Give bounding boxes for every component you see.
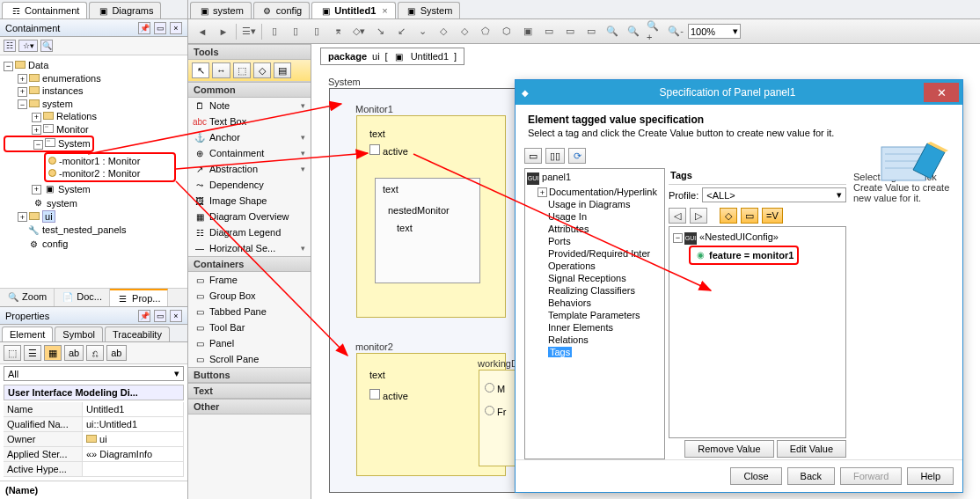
history-back-icon[interactable]: ▭ [524, 148, 542, 164]
profile-combo[interactable]: <ALL>▾ [702, 187, 846, 202]
radio-fr[interactable] [485, 406, 494, 415]
tab-containment[interactable]: ☶Containment [2, 2, 87, 18]
forward-button[interactable]: Forward [840, 467, 902, 485]
tb-icon[interactable]: ☰ [24, 345, 41, 361]
zoom-fit-icon[interactable]: 🔍 [603, 23, 621, 40]
pin-icon[interactable]: 📌 [138, 22, 150, 34]
pal-anchor[interactable]: ⚓Anchor▾ [188, 129, 311, 145]
tags-list[interactable]: −GUI «NestedUIConfig» ◉ feature = monito… [669, 226, 846, 438]
tree-node[interactable]: system [47, 197, 77, 208]
prop-val[interactable]: Untitled1 [83, 402, 184, 417]
close-icon[interactable]: × [170, 310, 182, 322]
tree-node[interactable]: config [42, 238, 68, 249]
spec-tree-item[interactable]: Usage In [548, 211, 587, 222]
palette-section-text[interactable]: Text [188, 383, 311, 399]
palette-section-tools[interactable]: Tools [188, 44, 311, 60]
tb-icon[interactable]: ◇ [456, 23, 473, 40]
pal-scroll[interactable]: ▭Scroll Pane [188, 351, 311, 367]
tag-btn-eqv[interactable]: =V [762, 208, 783, 224]
help-button[interactable]: Help [907, 467, 954, 485]
pal-imageshape[interactable]: 🖼Image Shape [188, 193, 311, 209]
select-parent-icon[interactable]: ☰▾ [240, 23, 258, 40]
tb-icon[interactable]: ▣ [519, 23, 537, 40]
filter-icon[interactable]: ☆▾ [18, 40, 38, 52]
tab-zoom[interactable]: 🔍 Zoom [0, 289, 55, 306]
filter-combo[interactable]: All▾ [4, 366, 184, 381]
spec-tree-item[interactable]: Ports [548, 236, 571, 246]
back-button[interactable]: Back [787, 467, 835, 485]
tab-element[interactable]: Element [2, 327, 53, 341]
twisty[interactable]: + [538, 187, 547, 197]
twisty[interactable]: − [673, 233, 683, 243]
pal-diagover[interactable]: ▦Diagram Overview [188, 209, 311, 224]
tree-node-system[interactable]: System [58, 138, 91, 149]
tree-node[interactable]: Relations [56, 111, 97, 121]
palette-section-containers[interactable]: Containers [188, 256, 311, 272]
tb-icon[interactable]: ↘ [371, 23, 389, 40]
pal-note[interactable]: 🗒Note▾ [188, 98, 311, 114]
feature-tag[interactable]: feature = monitor1 [709, 249, 794, 260]
containment-tree[interactable]: − Data + enumerations + instances − syst… [0, 55, 187, 288]
tb-icon[interactable]: ⬡ [498, 23, 516, 40]
dialog-close-button[interactable]: ✕ [924, 83, 959, 102]
spec-tree-item[interactable]: Attributes [548, 224, 589, 234]
close-tab-icon[interactable]: × [382, 5, 387, 16]
checkbox-active[interactable] [369, 389, 380, 400]
cursor-icon[interactable]: ↖ [192, 62, 209, 78]
tab-symbol[interactable]: Symbol [55, 327, 103, 341]
radio-m[interactable] [485, 383, 494, 393]
pal-frame[interactable]: ▭Frame [188, 272, 311, 288]
twisty[interactable]: + [32, 185, 41, 194]
pal-toolbar[interactable]: ▭Tool Bar [188, 319, 311, 335]
refresh-icon[interactable]: ⟳ [568, 148, 586, 164]
edit-value-button[interactable]: Edit Value [777, 440, 846, 458]
history-stack-icon[interactable]: ▯▯ [545, 148, 565, 164]
tree-node[interactable]: System [58, 183, 91, 194]
tb-icon[interactable]: ↙ [392, 23, 410, 40]
pal-diaglegend[interactable]: ☷Diagram Legend [188, 224, 311, 240]
twisty[interactable]: + [18, 87, 27, 97]
twisty[interactable]: + [18, 212, 27, 222]
tb-icon[interactable]: ▭ [540, 23, 558, 40]
pal-containment[interactable]: ⊕Containment▾ [188, 145, 311, 161]
stereotype-label[interactable]: «NestedUIConfig» [699, 231, 779, 242]
twisty[interactable]: + [18, 74, 27, 84]
spec-tree-item[interactable]: Template Parameters [548, 310, 640, 320]
tab-traceability[interactable]: Traceability [105, 327, 170, 341]
forward-icon[interactable]: ► [215, 23, 232, 40]
close-icon[interactable]: × [170, 22, 182, 34]
nav-prev-icon[interactable]: ◁ [669, 208, 686, 224]
tree-node[interactable]: system [42, 99, 73, 109]
tree-node-ui[interactable]: ui [42, 210, 55, 223]
pal-horiz[interactable]: —Horizontal Se...▾ [188, 240, 311, 256]
pal-tool-icon[interactable]: ◇ [253, 62, 271, 78]
tb-icon[interactable]: ▭ [561, 23, 579, 40]
search-icon[interactable]: 🔍 [40, 40, 53, 52]
zoom-in-icon[interactable]: 🔍+ [646, 23, 663, 40]
collapse-all-icon[interactable]: ☷ [4, 40, 16, 52]
spec-tree-item[interactable]: Realizing Classifiers [548, 285, 635, 296]
tree-node[interactable]: instances [42, 85, 83, 96]
spec-tree-item[interactable]: Usage in Diagrams [548, 199, 631, 209]
back-icon[interactable]: ◄ [194, 23, 211, 40]
checkbox-active[interactable] [369, 144, 380, 155]
prop-val[interactable]: ui [83, 432, 184, 447]
twisty[interactable]: + [32, 125, 41, 135]
pal-groupbox[interactable]: ▭Group Box [188, 288, 311, 304]
tb-icon[interactable]: ▯ [287, 23, 304, 40]
tree-node[interactable]: Monitor [56, 124, 89, 135]
spec-tree-root[interactable]: panel1 [542, 172, 571, 182]
zoom-out-icon[interactable]: 🔍- [667, 23, 684, 40]
zoom-actual-icon[interactable]: 🔍 [625, 23, 642, 40]
palette-section-other[interactable]: Other [188, 399, 311, 415]
editor-tab-system2[interactable]: ▣System [398, 2, 461, 18]
tag-btn-1[interactable]: ◇ [720, 208, 737, 224]
editor-tab-config[interactable]: ⚙config [253, 2, 310, 18]
prop-val[interactable]: ui::Untitled1 [83, 417, 184, 432]
spec-tree-item-tags[interactable]: Tags [548, 347, 572, 357]
tb-icon[interactable]: ▦ [44, 345, 62, 361]
pal-abstraction[interactable]: ↗Abstraction▾ [188, 161, 311, 177]
tb-icon[interactable]: ⌄ [413, 23, 431, 40]
pal-tabbed[interactable]: ▭Tabbed Pane [188, 304, 311, 319]
tag-btn-2[interactable]: ▭ [741, 208, 758, 224]
